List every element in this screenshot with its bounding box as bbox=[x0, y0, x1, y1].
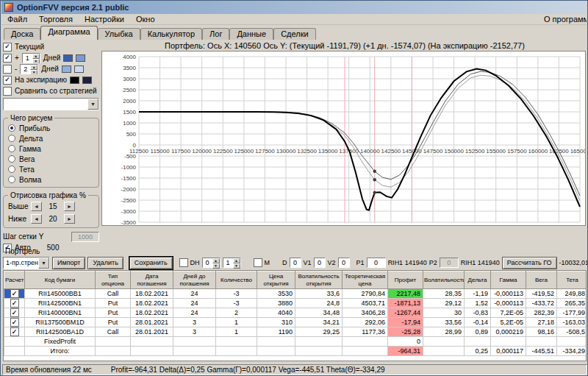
radio-button[interactable] bbox=[8, 135, 15, 142]
save-button[interactable]: Сохранить bbox=[129, 257, 173, 269]
column-header[interactable]: Волатильность открытия bbox=[295, 272, 343, 289]
tab-Лог[interactable]: Лог bbox=[202, 28, 229, 40]
spin-up-icon[interactable]: ▲ bbox=[32, 54, 40, 59]
spin-up-icon[interactable]: ▲ bbox=[30, 65, 37, 70]
radio-button[interactable] bbox=[8, 166, 15, 173]
radio-row-Вега[interactable]: Вега bbox=[8, 154, 96, 164]
color-swatch[interactable] bbox=[62, 65, 71, 73]
radio-button[interactable] bbox=[8, 155, 15, 163]
delete-button[interactable]: Удалить bbox=[87, 257, 123, 269]
menu-item-Торговля[interactable]: Торговля bbox=[33, 15, 79, 24]
calc-cell[interactable]: ✓ bbox=[4, 289, 25, 299]
calc-cell[interactable]: ✓ bbox=[4, 318, 25, 327]
spin-down-icon[interactable]: ▼ bbox=[233, 263, 240, 269]
spin-down-icon[interactable]: ▼ bbox=[32, 59, 40, 64]
column-header[interactable]: Тип опциона bbox=[96, 272, 131, 289]
current-checkbox[interactable]: ✓ bbox=[3, 43, 12, 52]
import-button[interactable]: Импорт bbox=[52, 257, 85, 269]
column-header[interactable]: Вега bbox=[526, 272, 557, 289]
radio-row-Дельта[interactable]: Дельта bbox=[8, 133, 96, 143]
radio-button[interactable] bbox=[8, 176, 15, 183]
column-header[interactable]: Дней до погашения bbox=[173, 272, 216, 289]
tab-Диаграмма[interactable]: Диаграмма bbox=[40, 26, 97, 40]
d-input[interactable]: 0 bbox=[290, 258, 301, 268]
strategy-select[interactable]: 1-пр.стренгл ▼ bbox=[3, 257, 50, 269]
menu-item-Настройки[interactable]: Настройки bbox=[79, 15, 130, 24]
table-row[interactable]: ✓RII142500BA1DCall28.01.202131119029,251… bbox=[4, 327, 587, 337]
compare-strategy-checkbox[interactable]: ✓ bbox=[3, 87, 12, 96]
tab-Данные[interactable]: Данные bbox=[229, 28, 273, 40]
calculate-margin-button[interactable]: Рассчитать ГО bbox=[502, 257, 557, 269]
column-header[interactable]: Волатильность bbox=[423, 272, 465, 289]
tab-Улыбка[interactable]: Улыбка bbox=[98, 28, 140, 40]
calc-cell[interactable]: ✓ bbox=[4, 299, 25, 308]
color-swatch[interactable] bbox=[76, 54, 85, 62]
radio-row-Гамма[interactable]: Гамма bbox=[8, 143, 96, 154]
minus-days-spinner[interactable]: 2▲▼ bbox=[20, 64, 38, 74]
column-header[interactable]: Тета bbox=[557, 272, 587, 289]
below-increase-button[interactable]: ► bbox=[64, 214, 75, 224]
tab-Калькулятор[interactable]: Калькулятор bbox=[140, 28, 202, 40]
column-header[interactable]: Теоретическая цена bbox=[343, 272, 388, 289]
dh-spinner-2[interactable]: 1▲▼ bbox=[223, 258, 241, 268]
color-swatch[interactable] bbox=[82, 77, 92, 84]
p1-input[interactable]: 0 bbox=[367, 258, 386, 268]
dh-checkbox[interactable]: ✓ bbox=[179, 258, 188, 267]
calc-cell[interactable]: ✓ bbox=[4, 327, 25, 337]
plus-days-spinner[interactable]: 1▲▼ bbox=[22, 53, 40, 63]
column-header[interactable]: Код бумаги bbox=[25, 272, 96, 289]
spin-up-icon[interactable]: ▲ bbox=[233, 258, 240, 263]
row-checkbox[interactable]: ✓ bbox=[10, 308, 19, 317]
column-header[interactable]: Гамма bbox=[491, 272, 526, 289]
menu-item-Файл[interactable]: Файл bbox=[1, 15, 33, 24]
v1-input[interactable]: 0 bbox=[314, 258, 326, 268]
row-checkbox[interactable]: ✓ bbox=[10, 318, 19, 327]
radio-row-Прибыль[interactable]: Прибыль bbox=[8, 123, 96, 133]
spin-up-icon[interactable]: ▲ bbox=[212, 258, 220, 263]
column-header[interactable]: Профит bbox=[388, 272, 423, 289]
above-decrease-button[interactable]: ◄ bbox=[31, 202, 42, 211]
above-increase-button[interactable]: ► bbox=[64, 202, 75, 211]
column-header[interactable]: Расчет bbox=[4, 272, 25, 289]
row-checkbox[interactable]: ✓ bbox=[10, 299, 19, 308]
color-swatch[interactable] bbox=[74, 65, 84, 73]
row-checkbox[interactable]: ✓ bbox=[10, 327, 19, 336]
spin-down-icon[interactable]: ▼ bbox=[212, 263, 220, 269]
below-decrease-button[interactable]: ◄ bbox=[31, 214, 42, 224]
dropdown-arrow-icon[interactable]: ▼ bbox=[38, 258, 49, 269]
calc-cell[interactable] bbox=[4, 347, 25, 356]
table-row[interactable]: Итого:-964,310,250,000117-445,51-334,29 bbox=[4, 347, 587, 356]
radio-row-Волма[interactable]: Волма bbox=[8, 174, 96, 185]
spin-down-icon[interactable]: ▼ bbox=[30, 70, 37, 75]
radio-row-Тета[interactable]: Тета bbox=[8, 164, 96, 174]
dh-spinner-1[interactable]: 0▲▼ bbox=[202, 258, 220, 268]
column-header[interactable]: Цена открытия bbox=[257, 272, 295, 289]
portfolio-chart[interactable]: -3500-3000-2500-2000-1500-1000-500050010… bbox=[101, 51, 586, 226]
column-header[interactable]: Дельта bbox=[465, 272, 491, 289]
calc-cell[interactable]: ✓ bbox=[4, 308, 25, 318]
dropdown-arrow-icon[interactable]: ▼ bbox=[87, 99, 98, 110]
radio-button[interactable] bbox=[8, 145, 15, 152]
table-row[interactable]: FixedProfit0 bbox=[4, 337, 587, 347]
color-swatch[interactable] bbox=[70, 77, 79, 84]
table-row[interactable]: ✓RII137500BM1DPut28.01.20213131034,21292… bbox=[4, 318, 587, 327]
menu-item-Окно[interactable]: Окно bbox=[130, 15, 161, 24]
expiration-checkbox[interactable]: ✓ bbox=[3, 76, 12, 85]
table-row[interactable]: ✓RII142500BN1Put18.02.202124-3388024,845… bbox=[4, 299, 587, 308]
table-row[interactable]: ✓RII140000BN1Put18.02.2021242404034,4834… bbox=[4, 308, 587, 318]
table-row[interactable]: ✓RII145000BB1Call18.02.202124-3353033,62… bbox=[4, 289, 587, 299]
plus-days-checkbox[interactable]: ✓ bbox=[3, 54, 12, 63]
titlebar[interactable]: OptionFVV версия 2.1 public bbox=[1, 1, 587, 14]
calc-cell[interactable] bbox=[4, 337, 25, 347]
column-header[interactable]: Количество bbox=[216, 272, 257, 289]
strategy-compare-select[interactable]: ▼ bbox=[3, 98, 99, 110]
color-swatch[interactable] bbox=[63, 54, 73, 62]
radio-button[interactable] bbox=[8, 124, 15, 132]
tab-Сделки[interactable]: Сделки bbox=[273, 28, 316, 40]
menu-item-about[interactable]: О программе bbox=[544, 15, 587, 24]
row-checkbox[interactable]: ✓ bbox=[10, 289, 19, 298]
column-header[interactable]: Дата погашения bbox=[131, 272, 173, 289]
tab-Доска[interactable]: Доска bbox=[4, 28, 40, 40]
v2-input[interactable]: 0 bbox=[338, 258, 350, 268]
m-checkbox[interactable]: ✓ bbox=[254, 258, 262, 267]
